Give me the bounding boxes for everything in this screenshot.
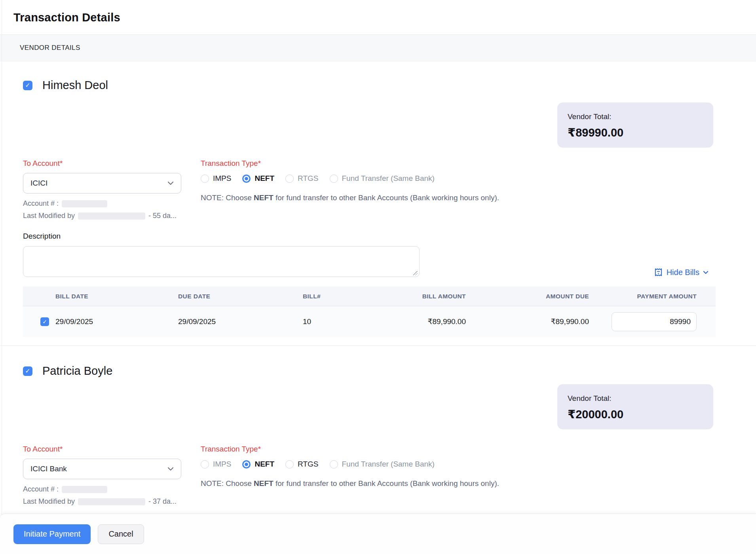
redacted-user-name [78, 498, 145, 505]
transaction-type-label: Transaction Type* [201, 159, 499, 168]
vendor-block-patricia-boyle: ✓ Patricia Boyle Vendor Total: ₹20000.00… [0, 346, 756, 513]
last-modified-ago: - 55 da... [148, 212, 177, 220]
redacted-user-name [78, 212, 145, 220]
radio-imps[interactable]: IMPS [201, 460, 231, 469]
bills-table-header: BILL DATE DUE DATE BILL# BILL AMOUNT AMO… [23, 286, 716, 306]
last-modified-label: Last Modified by [23, 497, 75, 506]
account-number-label: Account # : [23, 485, 59, 493]
vendor-total-box: Vendor Total: ₹89990.00 [557, 102, 713, 148]
vendor-details-section-bar: VENDOR DETAILS [0, 35, 756, 61]
radio-fund-transfer[interactable]: Fund Transfer (Same Bank) [330, 460, 435, 469]
bill-no-cell: 10 [303, 317, 390, 326]
page-title: Transaction Details [13, 11, 756, 24]
radio-neft[interactable]: NEFT [242, 460, 274, 469]
radio-selected-icon [242, 175, 251, 183]
description-label: Description [23, 232, 756, 241]
chevron-down-icon [167, 181, 174, 185]
table-row: ✓ 29/09/2025 29/09/2025 10 ₹89,990.00 ₹8… [23, 306, 716, 337]
amount-due-cell: ₹89,990.00 [466, 317, 589, 326]
vendor-checkbox[interactable]: ✓ [23, 81, 32, 90]
vendor-name: Himesh Deol [42, 79, 108, 92]
chevron-down-icon [703, 271, 709, 274]
neft-note: NOTE: Choose NEFT for fund transfer to o… [201, 194, 499, 202]
radio-circle-icon [201, 175, 209, 183]
to-account-select[interactable]: ICICI [23, 173, 181, 194]
vendor-total-amount: ₹89990.00 [568, 126, 713, 139]
bill-icon [654, 268, 663, 277]
radio-rtgs[interactable]: RTGS [285, 460, 318, 469]
account-number-label: Account # : [23, 199, 59, 208]
check-icon: ✓ [25, 82, 30, 89]
to-account-label: To Account* [23, 159, 181, 168]
description-textarea[interactable] [23, 246, 420, 277]
vendor-name: Patricia Boyle [42, 364, 112, 378]
col-payment-amount: PAYMENT AMOUNT [589, 293, 716, 300]
transaction-type-radio-group: IMPS NEFT RTGS Fund Transfer (Same Bank) [201, 174, 499, 183]
check-icon: ✓ [25, 367, 30, 375]
vendor-checkbox[interactable]: ✓ [23, 366, 32, 376]
redacted-account-number [62, 200, 107, 207]
footer-action-bar: Initiate Payment Cancel [0, 514, 756, 554]
resize-handle-icon[interactable] [413, 271, 418, 275]
neft-note: NOTE: Choose NEFT for fund transfer to o… [201, 479, 499, 488]
vendor-block-himesh-deol: ✓ Himesh Deol Vendor Total: ₹89990.00 To… [0, 61, 756, 346]
radio-imps[interactable]: IMPS [201, 174, 231, 183]
radio-fund-transfer[interactable]: Fund Transfer (Same Bank) [330, 174, 435, 183]
col-due-date: DUE DATE [178, 293, 303, 300]
check-icon: ✓ [42, 319, 47, 325]
radio-circle-icon [330, 175, 338, 183]
hide-bills-label: Hide Bills [667, 268, 699, 277]
radio-neft[interactable]: NEFT [242, 174, 274, 183]
col-amount-due: AMOUNT DUE [466, 293, 589, 300]
bill-amount-cell: ₹89,990.00 [390, 317, 466, 326]
col-bill-date: BILL DATE [55, 293, 178, 300]
radio-rtgs[interactable]: RTGS [285, 174, 318, 183]
to-account-select[interactable]: ICICI Bank [23, 459, 181, 479]
vendor-total-box: Vendor Total: ₹20000.00 [557, 384, 713, 429]
transaction-type-label: Transaction Type* [201, 445, 499, 453]
section-bar-label: VENDOR DETAILS [20, 44, 80, 52]
col-bill-no: BILL# [303, 293, 390, 300]
last-modified-ago: - 37 da... [148, 497, 177, 506]
hide-bills-toggle[interactable]: Hide Bills [654, 268, 709, 279]
radio-circle-icon [330, 460, 338, 469]
bills-table: BILL DATE DUE DATE BILL# BILL AMOUNT AMO… [23, 286, 716, 337]
transaction-type-radio-group: IMPS NEFT RTGS Fund Transfer (Same Bank) [201, 460, 499, 469]
bill-date-cell: 29/09/2025 [55, 317, 178, 326]
radio-circle-icon [285, 175, 294, 183]
to-account-value: ICICI Bank [30, 465, 67, 473]
cancel-button[interactable]: Cancel [98, 524, 144, 544]
redacted-account-number [62, 486, 107, 493]
initiate-payment-button[interactable]: Initiate Payment [13, 524, 91, 544]
col-bill-amount: BILL AMOUNT [390, 293, 466, 300]
page-header: Transaction Details [0, 0, 756, 35]
vendor-total-label: Vendor Total: [568, 112, 713, 121]
chevron-down-icon [167, 467, 174, 471]
vendor-total-label: Vendor Total: [568, 394, 713, 403]
last-modified-label: Last Modified by [23, 212, 75, 220]
radio-circle-icon [201, 460, 209, 469]
bill-row-checkbox[interactable]: ✓ [40, 317, 49, 326]
due-date-cell: 29/09/2025 [178, 317, 303, 326]
radio-selected-icon [242, 460, 251, 469]
to-account-value: ICICI [30, 179, 47, 188]
radio-circle-icon [285, 460, 294, 469]
to-account-label: To Account* [23, 445, 181, 453]
vendor-total-amount: ₹20000.00 [568, 408, 713, 421]
payment-amount-input[interactable] [612, 312, 697, 331]
